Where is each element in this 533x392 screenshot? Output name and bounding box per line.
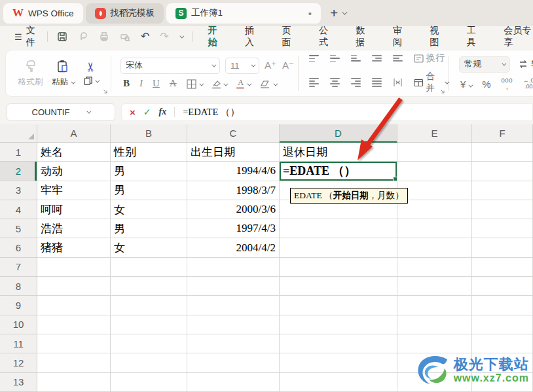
cell-B12[interactable] [111,353,187,372]
cell-A6[interactable]: 猪猪 [37,238,111,257]
col-header-E[interactable]: E [397,124,472,143]
cell-D11[interactable] [280,334,397,353]
cell-A10[interactable] [37,315,111,334]
align-right-icon[interactable] [351,78,361,87]
row-header-9[interactable]: 9 [0,296,37,315]
wrap-text-button[interactable]: 换行 [414,52,445,64]
cell-B5[interactable]: 男 [111,219,187,238]
cell-F11[interactable] [472,334,533,353]
cut-copy-buttons[interactable]: ✂ [83,61,98,86]
cell-E10[interactable] [397,315,472,334]
row-header-11[interactable]: 11 [0,334,37,353]
cell-B3[interactable]: 男 [111,181,187,200]
cell-F2[interactable] [472,162,533,181]
font-size-select[interactable]: 11 [225,58,259,74]
font-color-button[interactable]: A [236,78,250,90]
formula-input-area[interactable]: × ✓ fx =EDATE （） [121,103,533,121]
cell-D5[interactable] [280,219,397,238]
increase-indent-icon[interactable] [393,55,403,62]
menu-file[interactable]: 文件 [26,25,41,48]
col-header-F[interactable]: F [472,124,533,143]
formula-text[interactable]: =EDATE （） [183,106,240,118]
enter-icon[interactable]: ✓ [143,107,151,117]
decimal-buttons[interactable]: ←.0.00 [523,78,533,90]
cell-E7[interactable] [397,258,472,277]
tab-formulas[interactable]: 公式 [319,25,333,48]
row-header-3[interactable]: 3 [0,181,37,200]
align-top-icon[interactable] [309,55,319,62]
name-box[interactable]: COUNTIF [7,103,115,121]
shrink-font-button[interactable]: A⁻ [282,60,294,71]
cell-D4[interactable] [280,200,397,219]
cell-A2[interactable]: 动动 [37,162,111,181]
cell-F10[interactable] [472,315,533,334]
grow-font-button[interactable]: A⁺ [265,60,276,71]
tab-page[interactable]: 页面 [282,25,296,48]
cell-F12[interactable] [472,353,533,372]
cell-B10[interactable] [111,315,187,334]
underline-button[interactable]: U [153,78,160,89]
cell-F13[interactable] [472,373,533,392]
cell-D10[interactable] [280,315,397,334]
italic-button[interactable]: I [139,78,143,89]
cell-A1[interactable]: 姓名 [37,143,111,162]
cell-F4[interactable] [472,200,533,219]
cell-F1[interactable] [472,143,533,162]
justify-icon[interactable] [372,78,382,87]
cell-C6[interactable]: 2004/4/2 [187,238,280,257]
quickbar-chevron-icon[interactable] [179,33,184,38]
alignment-dialog-launcher-icon[interactable] [440,89,445,94]
col-header-A[interactable]: A [37,124,111,143]
cell-D12[interactable] [280,353,397,372]
cell-D6[interactable] [280,238,397,257]
font-name-select[interactable]: 宋体 [120,58,220,74]
fill-color-button[interactable] [212,78,227,88]
save-icon[interactable] [57,31,67,42]
bold-button[interactable]: B [123,78,130,89]
cell-C12[interactable] [187,353,280,372]
row-header-7[interactable]: 7 [0,258,37,277]
insert-function-icon[interactable]: fx [159,107,167,117]
cell-E13[interactable] [397,373,472,392]
number-format-select[interactable]: 常规 [459,56,510,73]
borders-button[interactable] [187,78,202,89]
new-tab-button[interactable]: + [330,5,338,21]
tab-wps-home[interactable]: W WPS Office [3,3,83,24]
cell-C2[interactable]: 1994/4/6 [187,162,280,181]
cell-F3[interactable] [472,181,533,200]
cell-E4[interactable] [397,200,472,219]
cell-A9[interactable] [37,296,111,315]
tab-home[interactable]: 开始 [208,25,223,48]
col-header-D[interactable]: D [280,124,397,143]
row-header-13[interactable]: 13 [0,373,37,392]
convert-button[interactable]: 转换 [518,58,533,70]
print-preview-icon[interactable] [120,31,130,42]
cell-B2[interactable]: 男 [111,162,187,181]
cell-E8[interactable] [397,277,472,296]
cell-D2[interactable]: =EDATE （） [280,162,397,181]
cell-C10[interactable] [187,315,280,334]
cell-B9[interactable] [111,296,187,315]
col-header-C[interactable]: C [187,124,280,143]
clear-button[interactable] [260,78,276,88]
cell-B6[interactable]: 女 [111,238,187,257]
cell-F7[interactable] [472,258,533,277]
tab-workbook1[interactable]: S 工作簿1 • [166,3,321,24]
cell-A3[interactable]: 牢牢 [37,181,111,200]
cell-D3[interactable] [280,181,397,200]
cell-B13[interactable] [111,373,187,392]
align-middle-icon[interactable] [330,55,340,62]
cell-A7[interactable] [37,258,111,277]
decrease-indent-icon[interactable] [372,55,382,62]
cell-A12[interactable] [37,353,111,372]
format-painter-button[interactable]: 格式刷 [18,60,43,88]
tab-docer-templates[interactable]: 找稻壳模板 [86,3,164,24]
row-header-10[interactable]: 10 [0,315,37,334]
row-header-1[interactable]: 1 [0,143,37,162]
currency-button[interactable]: ¥ [460,79,471,90]
cell-C7[interactable] [187,258,280,277]
cell-A11[interactable] [37,334,111,353]
print-icon[interactable] [99,31,109,42]
cell-A13[interactable] [37,373,111,392]
tab-list-chevron-icon[interactable] [342,9,347,14]
